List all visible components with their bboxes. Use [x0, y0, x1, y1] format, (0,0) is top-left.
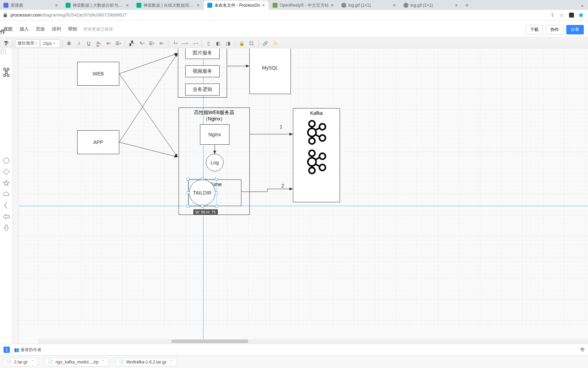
- status-bar: 1 👥 邀请协作者 帮: [0, 344, 588, 355]
- fill-icon[interactable]: ▞▾: [127, 39, 136, 48]
- nginx-container-title: 高性能WEB服务器 （Nginx）: [179, 108, 249, 122]
- tab-1[interactable]: 神策数据 | 大数据分析与营销…×: [62, 1, 132, 10]
- extension-icon[interactable]: [569, 13, 574, 18]
- svg-point-9: [4, 158, 9, 163]
- arrow-left-shape-icon[interactable]: [3, 213, 10, 220]
- svg-line-14: [119, 53, 178, 74]
- page-number[interactable]: 1: [4, 347, 10, 353]
- chevron-up-icon[interactable]: ˄: [101, 360, 106, 364]
- italic-icon[interactable]: I: [74, 39, 83, 48]
- font-select[interactable]: 微软雅黑▾: [15, 39, 40, 48]
- file-icon: 📄: [119, 360, 124, 364]
- close-icon[interactable]: ×: [331, 2, 334, 8]
- cloud-shape-icon[interactable]: [3, 191, 10, 197]
- svg-point-3: [4, 74, 6, 77]
- menu-arrange[interactable]: 排列: [48, 25, 65, 33]
- close-icon[interactable]: ×: [55, 2, 58, 8]
- svg-line-15: [119, 74, 178, 157]
- tab-0[interactable]: 度搜索×: [0, 1, 61, 10]
- invite-collab-button[interactable]: 👥 邀请协作者: [14, 347, 41, 353]
- svg-point-30: [308, 158, 316, 166]
- network-shape-icon[interactable]: [3, 67, 10, 77]
- edge-label-2[interactable]: 2: [280, 183, 286, 189]
- svc-image[interactable]: 图片服务: [185, 48, 220, 59]
- canvas-area[interactable]: 图片服务 视频服务 业务逻辑 MySQL WEB APP 高性能WEB服务器 （…: [19, 48, 588, 344]
- tab-5[interactable]: log.gif (1×1)×: [338, 1, 399, 10]
- svc-video[interactable]: 视频服务: [185, 65, 220, 77]
- close-icon[interactable]: ×: [126, 2, 129, 8]
- share-icon[interactable]: ⇪: [550, 12, 555, 18]
- nginx-node[interactable]: Nginx: [200, 124, 229, 145]
- download-item[interactable]: 📄2.tar.gz˄: [4, 358, 38, 366]
- chevron-up-icon[interactable]: ˄: [30, 360, 35, 364]
- font-size-select[interactable]: 15px▾: [40, 39, 60, 48]
- tab-3[interactable]: 未命名文件 - ProcessOn×: [204, 1, 268, 10]
- svg-marker-10: [3, 169, 9, 175]
- svg-point-31: [309, 167, 315, 173]
- chevron-up-icon[interactable]: ˄: [169, 360, 174, 364]
- close-icon[interactable]: ×: [455, 2, 458, 8]
- align-left-icon[interactable]: ▯: [204, 39, 213, 48]
- new-tab-button[interactable]: +: [462, 1, 472, 10]
- menu-bar: 视图 插入 页面 排列 帮助 所有更改已保存: [0, 29, 588, 30]
- help-button[interactable]: 帮: [580, 347, 584, 353]
- circle-shape-icon[interactable]: [3, 157, 10, 164]
- stroke-width-icon[interactable]: ☰▾: [147, 39, 156, 48]
- arrow-end-icon[interactable]: →▾: [190, 39, 199, 48]
- lock-icon[interactable]: 🔒: [237, 39, 246, 48]
- svg-point-20: [309, 121, 315, 127]
- svg-point-2: [5, 71, 7, 73]
- magic-icon[interactable]: ✨: [270, 39, 280, 48]
- tab-4[interactable]: OpenResty® - 中文官方站×: [269, 1, 337, 10]
- group-icon[interactable]: ⿻: [247, 39, 256, 48]
- app-node[interactable]: APP: [77, 130, 119, 154]
- format-painter-icon[interactable]: [1, 39, 11, 48]
- svg-line-8: [7, 73, 8, 75]
- tab-overflow-icon[interactable]: ⌄: [580, 1, 584, 8]
- underline-icon[interactable]: U: [84, 39, 93, 48]
- link-icon[interactable]: 🔗: [261, 39, 270, 48]
- horizontal-scrollbar[interactable]: [38, 339, 588, 344]
- menu-page[interactable]: 页面: [32, 25, 48, 33]
- brace-shape-icon[interactable]: [3, 202, 10, 209]
- menu-view[interactable]: 视图: [0, 25, 16, 33]
- log-node[interactable]: Log: [206, 154, 223, 171]
- svg-marker-13: [4, 225, 9, 231]
- star-shape-icon[interactable]: [3, 180, 10, 186]
- file-icon: 📄: [48, 360, 53, 364]
- text-color-icon[interactable]: A▾: [94, 39, 103, 48]
- close-icon[interactable]: ×: [197, 2, 200, 8]
- svg-line-6: [7, 70, 7, 72]
- download-item[interactable]: 📄librdkafka-1.6.2.tar.gz˄: [116, 358, 177, 366]
- url-text[interactable]: processon.com/diagraming/62542ac97d9c080…: [11, 12, 550, 18]
- svg-marker-11: [3, 180, 9, 186]
- close-icon[interactable]: ×: [262, 2, 265, 8]
- svg-point-22: [309, 138, 315, 144]
- extension-icon-2[interactable]: ⬣: [579, 12, 583, 18]
- svc-logic[interactable]: 业务逻辑: [185, 84, 220, 96]
- bold-icon[interactable]: B: [65, 39, 74, 48]
- kafka-container[interactable]: Kafka: [293, 108, 340, 202]
- edge-label-1[interactable]: 1: [278, 124, 284, 130]
- connector-icon[interactable]: └▾: [171, 39, 180, 48]
- stroke-style-icon[interactable]: ≡▾: [157, 39, 166, 48]
- panel-close-icon[interactable]: ×: [1, 49, 6, 54]
- web-node[interactable]: WEB: [77, 62, 119, 86]
- tab-2[interactable]: 神策数据 | 在线大数据用户分…×: [133, 1, 203, 10]
- send-back-icon[interactable]: ◨: [223, 39, 233, 48]
- mysql-node[interactable]: MySQL: [249, 48, 291, 94]
- arrow-start-icon[interactable]: —▾: [180, 39, 189, 48]
- file-icon: 📄: [7, 360, 12, 364]
- download-item[interactable]: 📄ngx_kafka_modul....zip˄: [45, 358, 109, 366]
- menu-help[interactable]: 帮助: [65, 25, 81, 33]
- star-icon[interactable]: ☆: [560, 12, 564, 18]
- align-icon[interactable]: ≡▾: [104, 39, 113, 48]
- arrow-down-shape-icon[interactable]: [3, 225, 10, 231]
- menu-insert[interactable]: 插入: [16, 25, 32, 33]
- close-icon[interactable]: ×: [393, 2, 396, 8]
- stroke-color-icon[interactable]: ✎▾: [137, 39, 146, 48]
- list-icon[interactable]: ☰▾: [114, 39, 123, 48]
- bring-front-icon[interactable]: ◧: [214, 39, 223, 48]
- diamond-shape-icon[interactable]: [3, 169, 10, 175]
- tab-6[interactable]: log.gif (1×1)×: [400, 1, 461, 10]
